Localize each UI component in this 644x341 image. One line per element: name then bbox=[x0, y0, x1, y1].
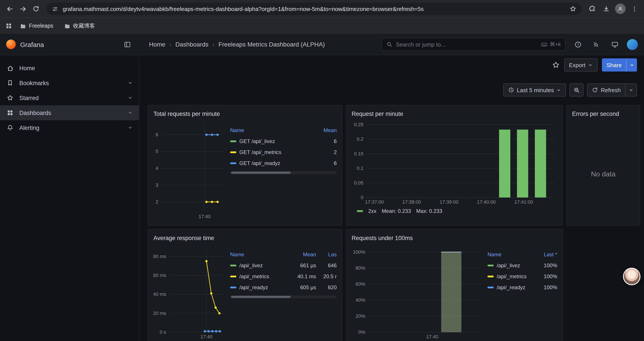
svg-text:100%: 100% bbox=[353, 249, 365, 255]
chevron-down-icon[interactable] bbox=[128, 110, 133, 115]
export-button[interactable]: Export bbox=[564, 58, 598, 72]
total-requests-chart[interactable]: 6543217:40 bbox=[154, 121, 226, 220]
series-name[interactable]: GET /api/_metrics bbox=[239, 149, 282, 155]
panel-legend: Name Last * /api/_livez 100% /api/_metri… bbox=[488, 245, 557, 340]
legend-header-last[interactable]: Las bbox=[319, 251, 337, 257]
series-name[interactable]: GET /api/_livez bbox=[239, 138, 275, 144]
series-name[interactable]: /api/_metrics bbox=[497, 273, 526, 279]
main-content: Export Share bbox=[140, 55, 644, 341]
back-icon[interactable] bbox=[4, 3, 16, 15]
panel-requests-under-100ms: Requests under 100ms 100%80%60%40%20%0%1… bbox=[346, 229, 563, 341]
series-mean: 6 bbox=[334, 160, 337, 166]
svg-text:17:41:00: 17:41:00 bbox=[514, 199, 533, 205]
home-icon bbox=[6, 64, 14, 72]
series-last: 100% bbox=[544, 284, 557, 290]
downloads-icon[interactable] bbox=[600, 3, 612, 15]
series-swatch bbox=[230, 286, 236, 288]
chevron-down-icon[interactable] bbox=[128, 125, 133, 130]
legend-header-name[interactable]: Name bbox=[488, 251, 502, 257]
panel-title[interactable]: Request per minute bbox=[352, 109, 557, 119]
reload-icon[interactable] bbox=[30, 3, 42, 15]
panel-title[interactable]: Average response time bbox=[154, 233, 337, 244]
series-mean: 2 bbox=[334, 149, 337, 155]
profile-avatar[interactable] bbox=[614, 3, 626, 15]
sidebar-item-starred[interactable]: Starred bbox=[0, 90, 139, 105]
svg-text:0.2: 0.2 bbox=[357, 136, 364, 142]
series-name[interactable]: 2xx bbox=[368, 208, 376, 214]
requests-under-100ms-chart[interactable]: 100%80%60%40%20%0%17:40 bbox=[352, 245, 483, 340]
search-input[interactable]: Search or jump to... ⌘+k bbox=[382, 38, 566, 51]
panel-legend: Name Mean GET /api/_livez 6 GET /api/_me… bbox=[230, 121, 337, 220]
url-bar[interactable] bbox=[46, 3, 582, 15]
svg-text:80%: 80% bbox=[356, 265, 365, 271]
legend-header-mean[interactable]: Mean bbox=[324, 127, 337, 133]
average-response-time-chart[interactable]: 80 ms60 ms40 ms20 ms0 s17:40 bbox=[154, 245, 226, 340]
panel-title[interactable]: Requests under 100ms bbox=[352, 233, 557, 244]
forward-icon[interactable] bbox=[17, 3, 29, 15]
browser-menu-icon[interactable] bbox=[628, 3, 640, 15]
legend-scrollbar[interactable] bbox=[230, 171, 337, 174]
series-name[interactable]: /api/_readyz bbox=[497, 284, 526, 290]
sidebar-item-bookmarks[interactable]: Bookmarks bbox=[0, 76, 139, 90]
chevron-down-icon bbox=[556, 88, 561, 92]
scrollbar-thumb[interactable] bbox=[231, 296, 291, 298]
apps-grid-icon[interactable] bbox=[5, 22, 12, 30]
scrollbar-thumb[interactable] bbox=[231, 172, 291, 174]
panel-legend: Name Mean Las /api/_livez 661 µs 646 bbox=[230, 245, 337, 340]
help-icon[interactable]: ? bbox=[572, 38, 584, 51]
refresh-interval-chevron[interactable] bbox=[626, 83, 637, 97]
svg-text:40%: 40% bbox=[356, 297, 365, 303]
panel-title[interactable]: Errors per second bbox=[572, 109, 634, 119]
legend-header-name[interactable]: Name bbox=[230, 251, 244, 257]
site-settings-icon[interactable] bbox=[52, 6, 58, 12]
series-name[interactable]: GET /api/_readyz bbox=[239, 160, 280, 166]
news-rss-icon[interactable] bbox=[590, 38, 602, 51]
sidebar-item-home[interactable]: Home bbox=[0, 61, 139, 76]
user-avatar[interactable] bbox=[627, 39, 638, 50]
clock-icon bbox=[508, 87, 514, 93]
series-mean: 661 µs bbox=[289, 262, 316, 268]
refresh-button[interactable]: Refresh bbox=[587, 83, 626, 97]
panel-title[interactable]: Total requests per minute bbox=[154, 109, 337, 119]
bookmark-folder-freeleaps[interactable]: Freeleaps bbox=[17, 21, 56, 31]
refresh-label: Refresh bbox=[601, 87, 621, 93]
share-menu-chevron[interactable] bbox=[626, 58, 637, 72]
series-name[interactable]: /api/_metrics bbox=[239, 273, 269, 279]
chevron-down-icon[interactable] bbox=[128, 95, 133, 101]
legend-header-name[interactable]: Name bbox=[230, 127, 244, 133]
floating-assistant-avatar[interactable] bbox=[623, 268, 640, 285]
series-swatch bbox=[488, 286, 494, 288]
svg-text:0.25: 0.25 bbox=[354, 122, 364, 127]
zoom-out-button[interactable] bbox=[570, 83, 584, 97]
sidebar-item-alerting[interactable]: Alerting bbox=[0, 120, 139, 135]
breadcrumb-home[interactable]: Home bbox=[149, 41, 166, 48]
series-name[interactable]: /api/_livez bbox=[497, 262, 520, 268]
chevron-down-icon[interactable] bbox=[128, 80, 133, 86]
legend-row: GET /api/_readyz 6 bbox=[230, 158, 337, 169]
bookmark-star-icon[interactable] bbox=[570, 5, 576, 12]
svg-text:80 ms: 80 ms bbox=[154, 254, 166, 259]
svg-text:17:40: 17:40 bbox=[426, 334, 438, 339]
sidebar-item-dashboards[interactable]: Dashboards bbox=[0, 105, 139, 120]
svg-text:17:39:00: 17:39:00 bbox=[440, 199, 458, 205]
svg-text:0.1: 0.1 bbox=[357, 165, 364, 171]
legend-header-mean[interactable]: Mean bbox=[289, 251, 316, 257]
legend-scrollbar[interactable] bbox=[230, 295, 337, 298]
series-last: 100% bbox=[544, 262, 557, 268]
favorite-star-icon[interactable] bbox=[552, 61, 560, 69]
sidebar-toggle-icon[interactable] bbox=[121, 38, 133, 51]
extensions-icon[interactable] bbox=[586, 3, 598, 15]
request-per-minute-chart[interactable]: 0.250.20.150.10.05017:37:0017:38:0017:39… bbox=[352, 121, 557, 205]
breadcrumb-dashboards[interactable]: Dashboards bbox=[175, 41, 208, 48]
url-input[interactable] bbox=[62, 5, 566, 13]
share-button[interactable]: Share bbox=[602, 58, 626, 72]
bookmark-folder-blogs[interactable]: 收藏博客 bbox=[61, 21, 98, 31]
svg-text:60 ms: 60 ms bbox=[154, 272, 166, 278]
svg-text:2: 2 bbox=[156, 199, 158, 204]
monitor-icon[interactable] bbox=[608, 38, 621, 51]
legend-header-last[interactable]: Last * bbox=[544, 251, 557, 257]
series-name[interactable]: /api/_livez bbox=[239, 262, 263, 268]
time-range-picker[interactable]: Last 5 minutes bbox=[503, 83, 566, 97]
series-name[interactable]: /api/_readyz bbox=[239, 284, 268, 290]
grafana-logo[interactable] bbox=[6, 40, 16, 49]
